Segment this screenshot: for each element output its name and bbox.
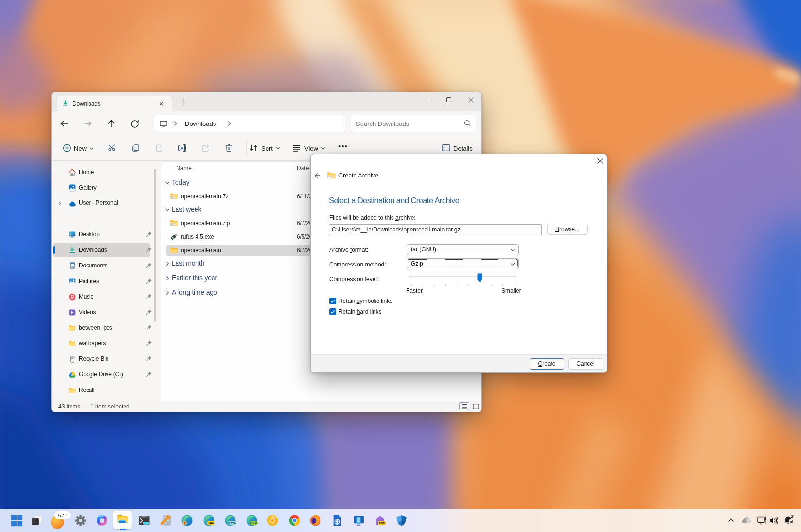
svg-text:PRE: PRE	[379, 522, 385, 525]
svg-text:CAN: CAN	[208, 521, 214, 525]
svg-text:67°: 67°	[58, 513, 67, 518]
svg-text:BETA: BETA	[228, 522, 236, 525]
svg-text:A: A	[180, 146, 184, 151]
svg-text:DEV: DEV	[250, 521, 257, 525]
